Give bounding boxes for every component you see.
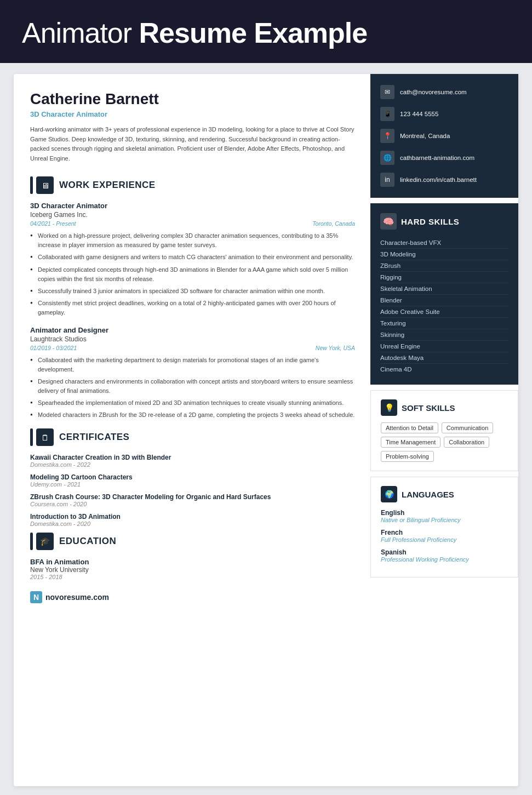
job-company-2: Laughtrack Studios [30, 335, 355, 343]
job-bullets-2: Collaborated with the marketing departme… [30, 356, 355, 420]
hard-skill-2: 3D Modeling [380, 249, 508, 260]
bullet-2-1: Collaborated with the marketing departme… [30, 356, 355, 374]
certificates-title: CERTIFICATES [59, 432, 129, 443]
location-icon: 📍 [380, 129, 394, 143]
job-location-2: New York, USA [316, 345, 355, 351]
cert-source-2: Udemy.com - 2021 [30, 481, 355, 488]
phone-icon: 📱 [380, 107, 394, 121]
certificates-icon: 🗒 [36, 428, 54, 446]
email-icon: ✉ [380, 85, 394, 99]
job-meta-2: 01/2019 - 03/2021 New York, USA [30, 345, 355, 351]
bullet-2-3: Spearheaded the implementation of mixed … [30, 398, 355, 408]
lang-level-1: Native or Bilingual Proficiency [381, 517, 508, 523]
job-title-1: 3D Character Animator [30, 202, 355, 210]
work-experience-title: WORK EXPERIENCE [59, 180, 156, 191]
candidate-summary: Hard-working animator with 3+ years of p… [30, 125, 355, 163]
soft-skill-tags: Attention to Detail Communication Time M… [381, 422, 508, 462]
candidate-name: Catherine Barnett [30, 90, 355, 108]
lang-2: French Full Professional Proficiency [381, 529, 508, 543]
hard-skill-9: Skinning [380, 329, 508, 341]
cert-3: ZBrush Crash Course: 3D Character Modeli… [30, 493, 355, 507]
hard-skills-icon: 🧠 [380, 213, 397, 230]
lang-name-3: Spanish [381, 548, 508, 556]
header-prefix: Animator [22, 17, 139, 49]
cert-name-1: Kawaii Character Creation in 3D with Ble… [30, 454, 355, 461]
lang-level-2: Full Professional Proficiency [381, 536, 508, 543]
soft-skill-2: Communication [442, 422, 493, 433]
cert-bar-decoration [30, 428, 33, 446]
work-experience-icon: 🖥 [36, 176, 54, 194]
soft-skills-header: 💡 SOFT SKILLS [381, 399, 508, 416]
hard-skill-1: Character-based VFX [380, 237, 508, 249]
left-column: Catherine Barnett 3D Character Animator … [14, 74, 370, 786]
contact-location: 📍 Montreal, Canada [380, 129, 508, 143]
bullet-1-5: Consistently met strict project deadline… [30, 299, 355, 317]
bullet-1-4: Successfully trained 3 junior animators … [30, 287, 355, 296]
languages-title: LANGUAGES [402, 490, 454, 499]
hard-skill-6: Blender [380, 295, 508, 306]
education-header: 🎓 EDUCATION [30, 533, 355, 550]
bullet-1-2: Collaborated with game designers and wri… [30, 253, 355, 262]
cert-2: Modeling 3D Cartoon Characters Udemy.com… [30, 473, 355, 488]
hard-skills-title: HARD SKILLS [401, 217, 459, 226]
website-value: cathbarnett-animation.com [400, 155, 474, 161]
edu-bar-decoration [30, 533, 33, 550]
hard-skill-7: Adobe Creative Suite [380, 306, 508, 318]
lang-level-3: Professional Working Proficiency [381, 556, 508, 563]
education-title: EDUCATION [59, 536, 116, 547]
phone-value: 123 444 5555 [400, 111, 438, 117]
job-company-1: Iceberg Games Inc. [30, 211, 355, 219]
hard-skill-4: Rigging [380, 272, 508, 283]
cert-name-2: Modeling 3D Cartoon Characters [30, 473, 355, 481]
website-icon: 🌐 [380, 151, 394, 165]
hard-skill-8: Texturing [380, 318, 508, 329]
right-column: ✉ cath@novoresume.com 📱 123 444 5555 📍 M… [370, 74, 518, 786]
hard-skill-12: Cinema 4D [380, 364, 508, 375]
contact-box: ✉ cath@novoresume.com 📱 123 444 5555 📍 M… [370, 74, 518, 198]
bullet-2-4: Modeled characters in ZBrush for the 3D … [30, 410, 355, 420]
hard-skills-box: 🧠 HARD SKILLS Character-based VFX 3D Mod… [370, 203, 518, 385]
resume-card: Catherine Barnett 3D Character Animator … [14, 74, 518, 786]
bullet-1-3: Depicted complicated concepts through hi… [30, 265, 355, 284]
cert-name-3: ZBrush Crash Course: 3D Character Modeli… [30, 493, 355, 501]
job-bullets-1: Worked on a high-pressure project, deliv… [30, 231, 355, 317]
hard-skill-3: ZBrush [380, 260, 508, 272]
header-bold: Resume Example [139, 17, 368, 49]
languages-header: 🌍 LANGUAGES [381, 486, 508, 502]
hard-skill-5: Skeletal Animation [380, 283, 508, 295]
soft-skill-4: Collaboration [444, 437, 489, 448]
job-date-1: 04/2021 - Present [30, 220, 76, 227]
brand-letter: N [33, 593, 39, 602]
soft-skill-3: Time Management [381, 437, 441, 448]
linkedin-icon: in [380, 173, 394, 187]
bullet-2-2: Designed characters and environments in … [30, 377, 355, 396]
certificates-header: 🗒 CERTIFICATES [30, 428, 355, 446]
soft-skill-1: Attention to Detail [381, 422, 438, 433]
contact-linkedin: in linkedin.com/in/cath.barnett [380, 173, 508, 187]
edu-years-1: 2015 - 2018 [30, 574, 355, 580]
job-title-2: Animator and Designer [30, 326, 355, 334]
edu-school-1: New York University [30, 566, 355, 574]
linkedin-value: linkedin.com/in/cath.barnett [400, 176, 477, 183]
page-header: Animator Resume Example [0, 0, 532, 63]
email-value: cath@novoresume.com [400, 89, 467, 95]
contact-email: ✉ cath@novoresume.com [380, 85, 508, 99]
soft-skills-icon: 💡 [381, 399, 397, 416]
brand-icon: N [30, 591, 42, 603]
contact-phone: 📱 123 444 5555 [380, 107, 508, 121]
work-experience-header: 🖥 WORK EXPERIENCE [30, 176, 355, 194]
hard-skill-10: Unreal Engine [380, 341, 508, 352]
soft-skill-5: Problem-solving [381, 451, 434, 462]
hard-skill-11: Autodesk Maya [380, 352, 508, 364]
edu-degree-1: BFA in Animation [30, 558, 355, 566]
branding: N novoresume.com [30, 591, 355, 603]
lang-3: Spanish Professional Working Proficiency [381, 548, 508, 563]
languages-icon: 🌍 [381, 486, 397, 502]
job-meta-1: 04/2021 - Present Toronto, Canada [30, 220, 355, 227]
bullet-1-1: Worked on a high-pressure project, deliv… [30, 231, 355, 250]
soft-skills-box: 💡 SOFT SKILLS Attention to Detail Commun… [370, 390, 518, 471]
section-bar-decoration [30, 176, 33, 194]
job-date-2: 01/2019 - 03/2021 [30, 345, 77, 351]
languages-box: 🌍 LANGUAGES English Native or Bilingual … [370, 477, 518, 577]
soft-skills-title: SOFT SKILLS [402, 403, 455, 413]
